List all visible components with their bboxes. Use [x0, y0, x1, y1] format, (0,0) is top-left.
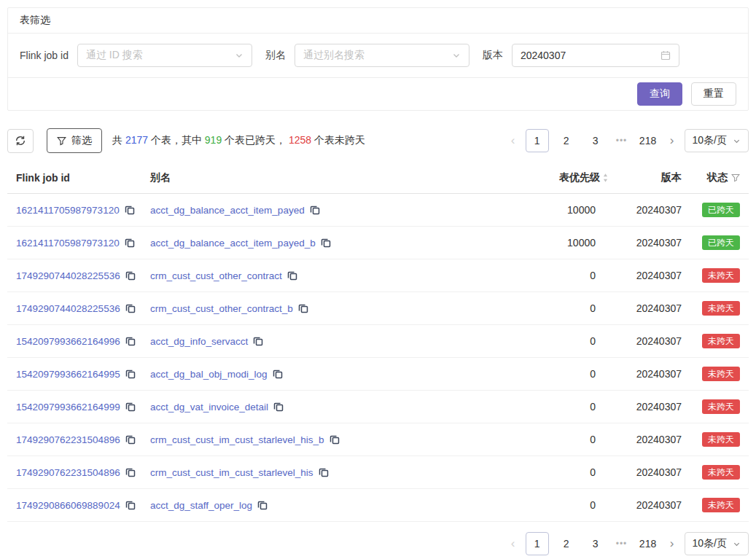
- version-cell: 20240307: [609, 401, 682, 413]
- copy-icon[interactable]: [125, 434, 136, 445]
- flink-job-id-link[interactable]: 1749290744028225536: [16, 270, 120, 281]
- column-header-priority[interactable]: 表优先级: [507, 171, 609, 184]
- next-page-button[interactable]: ›: [666, 129, 679, 152]
- filter-toggle-label: 筛选: [71, 134, 92, 147]
- pagination-bottom: ‹ 1 2 3 ••• 218 › 10条/页: [507, 532, 749, 555]
- flink-job-id-link[interactable]: 1749290744028225536: [16, 303, 120, 314]
- flink-job-id-select[interactable]: 通过 ID 搜索: [77, 44, 252, 67]
- summary-mid1: 个表，其中: [148, 134, 205, 146]
- status-badge: 未跨天: [702, 268, 740, 283]
- prev-page-button[interactable]: ‹: [507, 129, 520, 152]
- copy-icon[interactable]: [319, 467, 329, 477]
- alias-link[interactable]: crm_cust_cust_im_cust_starlevel_his: [150, 467, 313, 478]
- flink-job-id-link[interactable]: 1542097993662164996: [16, 336, 120, 347]
- flink-job-id-link[interactable]: 1749290866069889024: [16, 500, 120, 511]
- alias-select[interactable]: 通过别名搜索: [295, 44, 469, 67]
- page-2-button[interactable]: 2: [555, 532, 578, 555]
- table-row: 1542097993662164996acct_dg_info_servacct…: [7, 325, 749, 358]
- page-3-button[interactable]: 3: [584, 532, 607, 555]
- prev-page-button[interactable]: ‹: [507, 532, 520, 555]
- query-button[interactable]: 查询: [637, 82, 682, 106]
- version-cell: 20240307: [609, 204, 682, 216]
- version-cell: 20240307: [609, 466, 682, 478]
- alias-link[interactable]: acct_dg_staff_oper_log: [150, 500, 252, 511]
- flink-job-id-link[interactable]: 1621411705987973120: [16, 205, 120, 216]
- status-badge: 已跨天: [702, 235, 740, 250]
- priority-cell: 0: [507, 466, 609, 478]
- filter-toggle-button[interactable]: 筛选: [47, 128, 102, 153]
- filter-row: Flink job id 通过 ID 搜索 别名 通过别名搜索: [8, 34, 748, 78]
- copy-icon[interactable]: [125, 336, 136, 346]
- alias-link[interactable]: acct_dg_vat_invoice_detail: [150, 402, 268, 413]
- summary-text: 共 2177 个表，其中 919 个表已跨天， 1258 个表未跨天: [112, 134, 365, 147]
- copy-icon[interactable]: [257, 500, 268, 510]
- next-page-button[interactable]: ›: [666, 532, 679, 555]
- status-badge: 未跨天: [702, 301, 740, 316]
- page-last-button[interactable]: 218: [636, 129, 660, 152]
- page-3-button[interactable]: 3: [584, 129, 607, 152]
- page-1-button[interactable]: 1: [526, 129, 549, 152]
- version-date-input[interactable]: 20240307: [512, 44, 679, 67]
- copy-icon[interactable]: [125, 270, 136, 281]
- table-row: 1749290762231504896crm_cust_cust_im_cust…: [7, 456, 749, 489]
- copy-icon[interactable]: [125, 500, 136, 510]
- toolbar: 筛选 共 2177 个表，其中 919 个表已跨天， 1258 个表未跨天 ‹ …: [7, 128, 749, 153]
- filter-funnel-icon[interactable]: [731, 173, 740, 182]
- alias-link[interactable]: acct_dg_info_servacct: [150, 336, 248, 347]
- alias-placeholder: 通过别名搜索: [303, 49, 365, 62]
- alias-link[interactable]: acct_dg_balance_acct_item_payed: [150, 205, 305, 216]
- alias-link[interactable]: acct_dg_balance_acct_item_payed_b: [150, 238, 316, 249]
- summary-mid2: 个表已跨天，: [222, 134, 289, 146]
- page-1-button[interactable]: 1: [526, 532, 549, 555]
- copy-icon[interactable]: [330, 434, 340, 445]
- copy-icon[interactable]: [273, 402, 284, 412]
- page-ellipsis[interactable]: •••: [613, 539, 631, 549]
- alias-link[interactable]: acct_dg_bal_obj_modi_log: [150, 369, 268, 380]
- copy-icon[interactable]: [125, 369, 136, 379]
- version-cell: 20240307: [609, 237, 682, 249]
- copy-icon[interactable]: [125, 467, 136, 477]
- refresh-button[interactable]: [7, 129, 34, 153]
- page-size-select[interactable]: 10条/页: [685, 129, 749, 152]
- table-row: 1542097993662164995acct_dg_bal_obj_modi_…: [7, 358, 749, 391]
- sort-icon[interactable]: [602, 173, 609, 183]
- copy-icon[interactable]: [273, 369, 283, 379]
- version-cell: 20240307: [609, 302, 682, 314]
- flink-job-id-link[interactable]: 1542097993662164999: [16, 402, 120, 413]
- version-cell: 20240307: [609, 434, 682, 445]
- flink-job-id-link[interactable]: 1749290762231504896: [16, 467, 120, 478]
- field-version: 版本 20240307: [483, 44, 679, 67]
- priority-cell: 10000: [507, 204, 609, 216]
- priority-header-label: 表优先级: [559, 171, 600, 184]
- alias-link[interactable]: crm_cust_cust_other_contract: [150, 270, 282, 281]
- flink-job-id-link[interactable]: 1621411705987973120: [16, 238, 120, 249]
- priority-cell: 0: [507, 335, 609, 347]
- copy-icon[interactable]: [125, 303, 136, 313]
- copy-icon[interactable]: [125, 238, 135, 248]
- copy-icon[interactable]: [125, 402, 136, 412]
- copy-icon[interactable]: [321, 238, 331, 248]
- status-badge: 未跨天: [702, 399, 740, 414]
- chevron-down-icon: [452, 51, 461, 60]
- copy-icon[interactable]: [125, 205, 135, 215]
- alias-link[interactable]: crm_cust_cust_other_contract_b: [150, 303, 293, 314]
- flink-job-id-link[interactable]: 1542097993662164995: [16, 369, 120, 380]
- alias-link[interactable]: crm_cust_cust_im_cust_starlevel_his_b: [150, 434, 324, 445]
- copy-icon[interactable]: [253, 336, 263, 346]
- status-badge: 未跨天: [702, 334, 740, 348]
- copy-icon[interactable]: [298, 303, 308, 313]
- flink-job-id-link[interactable]: 1749290762231504896: [16, 434, 120, 445]
- page-2-button[interactable]: 2: [555, 129, 578, 152]
- page: 表筛选 Flink job id 通过 ID 搜索 别名 通过别名搜索: [0, 0, 756, 559]
- summary-not-crossed-count: 1258: [289, 134, 311, 146]
- page-last-button[interactable]: 218: [636, 532, 660, 555]
- page-ellipsis[interactable]: •••: [613, 136, 631, 146]
- version-cell: 20240307: [609, 335, 682, 347]
- page-size-select[interactable]: 10条/页: [685, 532, 749, 555]
- summary-crossed-count: 919: [205, 134, 222, 146]
- calendar-icon: [660, 50, 671, 60]
- column-header-status[interactable]: 状态: [682, 171, 749, 184]
- reset-button[interactable]: 重置: [691, 82, 736, 106]
- copy-icon[interactable]: [310, 205, 320, 215]
- copy-icon[interactable]: [287, 270, 297, 281]
